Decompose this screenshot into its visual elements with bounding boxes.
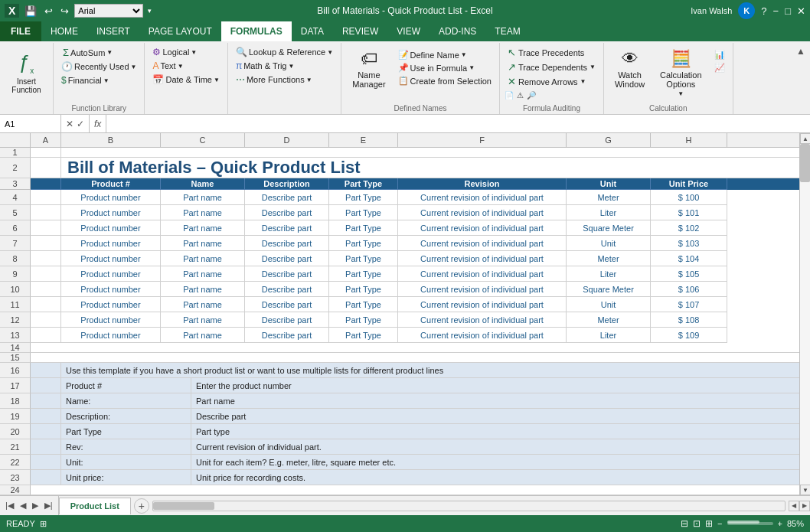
cell-10-f[interactable]: Current revision of individual part	[398, 282, 567, 297]
cell-6-e[interactable]: Part Type	[329, 220, 398, 236]
vertical-scrollbar[interactable]: ▲ ▼	[799, 133, 810, 495]
hscroll-thumb[interactable]	[153, 502, 214, 510]
remove-arrows-button[interactable]: ✕ Remove Arrows ▼	[505, 75, 599, 88]
row-num-22[interactable]: 22	[0, 455, 31, 470]
cell-12-b[interactable]: Product number	[61, 312, 161, 328]
cell-4-b[interactable]: Product number	[61, 190, 161, 205]
evaluate-formula-button[interactable]: 🔎	[527, 91, 536, 100]
cell-6-g[interactable]: Square Meter	[567, 220, 651, 236]
cell-9-g[interactable]: Liter	[567, 266, 651, 282]
cell-7-b[interactable]: Product number	[61, 236, 161, 251]
cell-4-c[interactable]: Part name	[161, 190, 245, 205]
info-val-22[interactable]: Unit for each item? E.g. meter, litre, s…	[191, 455, 799, 470]
cell-11-e[interactable]: Part Type	[329, 297, 398, 312]
row-num-10[interactable]: 10	[0, 282, 31, 297]
cell-6-f[interactable]: Current revision of individual part	[398, 220, 567, 236]
horizontal-scrollbar[interactable]	[152, 501, 786, 511]
cell-13-e[interactable]: Part Type	[329, 328, 398, 343]
more-functions-button[interactable]: ⋯ More Functions ▼	[233, 73, 315, 86]
col-header-f[interactable]: F	[398, 133, 567, 147]
prev-sheet-button[interactable]: ◀	[18, 501, 28, 511]
cell-5-h[interactable]: $ 101	[651, 205, 727, 220]
hscroll-right-button[interactable]: ▶	[799, 501, 810, 511]
cell-9-c[interactable]: Part name	[161, 266, 245, 282]
col-header-h[interactable]: H	[651, 133, 727, 147]
save-button[interactable]: 💾	[22, 5, 39, 17]
cell-9-h[interactable]: $ 105	[651, 266, 727, 282]
name-manager-button[interactable]: 🏷 NameManager	[346, 46, 391, 92]
row-num-2[interactable]: 2	[0, 158, 31, 178]
col-header-e[interactable]: E	[329, 133, 398, 147]
cell-10-g[interactable]: Square Meter	[567, 282, 651, 297]
trace-dependents-button[interactable]: ↗ Trace Dependents ▼	[505, 60, 599, 73]
trace-precedents-button[interactable]: ↖ Trace Precedents	[505, 46, 599, 59]
close-button[interactable]: ✕	[797, 5, 805, 17]
cell-10-h[interactable]: $ 106	[651, 282, 727, 297]
header-desc[interactable]: Description	[245, 178, 329, 190]
math-trig-button[interactable]: π Math & Trig ▼	[233, 60, 297, 72]
collapse-ribbon-button[interactable]: ▲	[792, 43, 810, 60]
row-num-3[interactable]: 3	[0, 178, 31, 190]
product-list-tab[interactable]: Product List	[59, 498, 131, 514]
cell-mode-icon[interactable]: ⊞	[40, 519, 47, 529]
maximize-button[interactable]: □	[785, 5, 791, 17]
menu-home[interactable]: HOME	[41, 21, 87, 41]
cell-13-f[interactable]: Current revision of individual part	[398, 328, 567, 343]
redo-button[interactable]: ↪	[58, 5, 71, 17]
header-product[interactable]: Product #	[61, 178, 161, 190]
font-name-select[interactable]: Arial	[74, 4, 143, 18]
datetime-button[interactable]: 📅 Date & Time ▼	[149, 73, 222, 86]
row-num-23[interactable]: 23	[0, 470, 31, 485]
create-from-selection-button[interactable]: 📋 Create from Selection	[395, 75, 495, 86]
row-num-15[interactable]: 15	[0, 353, 31, 363]
cell-11-d[interactable]: Describe part	[245, 297, 329, 312]
row-num-17[interactable]: 17	[0, 378, 31, 393]
cell-7-d[interactable]: Describe part	[245, 236, 329, 251]
cell-10-b[interactable]: Product number	[61, 282, 161, 297]
row-num-19[interactable]: 19	[0, 409, 31, 424]
dropdown-arrow-icon[interactable]: ▼	[146, 8, 152, 15]
financial-button[interactable]: $ Financial ▼	[58, 74, 113, 86]
cell-7-f[interactable]: Current revision of individual part	[398, 236, 567, 251]
cancel-icon[interactable]: ✕	[66, 119, 73, 129]
row-num-14[interactable]: 14	[0, 343, 31, 353]
row-num-13[interactable]: 13	[0, 328, 31, 343]
cell-8-f[interactable]: Current revision of individual part	[398, 251, 567, 266]
cell-4-d[interactable]: Describe part	[245, 190, 329, 205]
normal-view-button[interactable]: ⊟	[681, 518, 688, 529]
col-header-c[interactable]: C	[161, 133, 245, 147]
cell-10-d[interactable]: Describe part	[245, 282, 329, 297]
cell-6-h[interactable]: $ 102	[651, 220, 727, 236]
info-val-19[interactable]: Describe part	[191, 409, 799, 424]
row-num-24[interactable]: 24	[0, 485, 31, 495]
row-num-4[interactable]: 4	[0, 190, 31, 205]
hscroll-left-button[interactable]: ◀	[789, 501, 799, 511]
cell-8-h[interactable]: $ 104	[651, 251, 727, 266]
cell-8-c[interactable]: Part name	[161, 251, 245, 266]
menu-view[interactable]: VIEW	[387, 21, 429, 41]
row-num-6[interactable]: 6	[0, 220, 31, 236]
cell-10-c[interactable]: Part name	[161, 282, 245, 297]
row-num-12[interactable]: 12	[0, 312, 31, 328]
cell-8-e[interactable]: Part Type	[329, 251, 398, 266]
cell-9-f[interactable]: Current revision of individual part	[398, 266, 567, 282]
cell-12-c[interactable]: Part name	[161, 312, 245, 328]
row-num-9[interactable]: 9	[0, 266, 31, 282]
cell-9-d[interactable]: Describe part	[245, 266, 329, 282]
menu-team[interactable]: TEAM	[485, 21, 529, 41]
cell-13-c[interactable]: Part name	[161, 328, 245, 343]
cell-13-b[interactable]: Product number	[61, 328, 161, 343]
cell-9-b[interactable]: Product number	[61, 266, 161, 282]
page-break-view-button[interactable]: ⊞	[705, 518, 713, 529]
scroll-up-button[interactable]: ▲	[800, 133, 810, 144]
menu-addins[interactable]: ADD-INS	[429, 21, 485, 41]
info-key-17[interactable]: Product #	[61, 378, 191, 393]
scroll-down-button[interactable]: ▼	[800, 485, 810, 495]
calc-options-button[interactable]: 🧮 CalculationOptions ▼	[654, 46, 707, 100]
cell-13-d[interactable]: Describe part	[245, 328, 329, 343]
col-header-b[interactable]: B	[61, 133, 161, 147]
zoom-out-button[interactable]: −	[717, 519, 722, 528]
cell-8-d[interactable]: Describe part	[245, 251, 329, 266]
col-header-g[interactable]: G	[567, 133, 651, 147]
cell-13-g[interactable]: Liter	[567, 328, 651, 343]
